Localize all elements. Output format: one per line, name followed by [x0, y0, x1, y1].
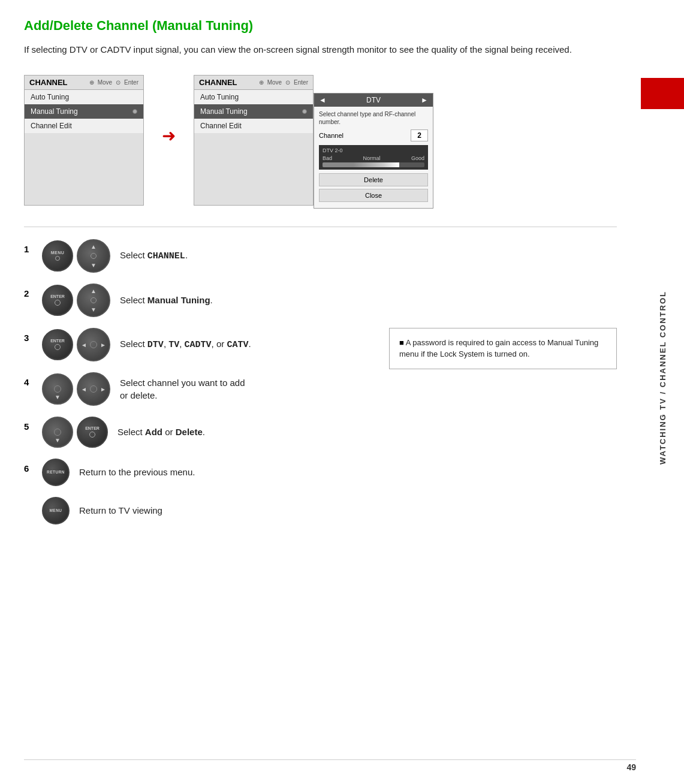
step-3-tv: TV [168, 340, 179, 350]
step-5-text: Select Add or Delete. [117, 426, 205, 438]
lr-nav-3[interactable]: ◄ ► [77, 328, 110, 361]
center-c-4 [54, 385, 61, 393]
diagram2-title: CHANNEL [199, 78, 237, 87]
signal-label: DTV 2-0 [323, 147, 424, 153]
sidebar-label: WATCHING TV / CHANNEL CONTROL [641, 0, 684, 755]
dtv-panel-body: Select channel type and RF-channel numbe… [314, 107, 433, 208]
steps-3-5-with-note: 3 ENTER ◄ ► Select DTV, TV, CAD [24, 328, 617, 535]
nav-ud-circle-2[interactable]: ▲ ▼ [77, 284, 110, 317]
menu-button-7[interactable]: MENU [42, 497, 70, 524]
menu-button[interactable]: MENU [42, 240, 73, 272]
signal-good-label: Good [411, 155, 424, 161]
step-1-row: 1 MENU ▲ ▼ Select CHANNEL. [24, 239, 617, 273]
diagram1-item-manual: Manual Tuning [25, 104, 143, 119]
down-arrow-icon-4: ▼ [55, 394, 61, 400]
dtv-right-arrow-icon: ► [421, 96, 428, 104]
diagram1-channel-box: CHANNEL ⊕ Move ⊙ Enter Auto Tuning Manua… [24, 75, 144, 206]
step-1-buttons: MENU ▲ ▼ [42, 239, 110, 273]
diagram2-item-manual: Manual Tuning [194, 104, 313, 119]
enter-button-5[interactable]: ENTER [77, 417, 108, 448]
bottom-divider [24, 759, 636, 760]
step-3-catv: CATV [227, 340, 248, 350]
menu-button-7-label: MENU [49, 508, 62, 512]
page-title: Add/Delete Channel (Manual Tuning) [24, 18, 617, 34]
step-5-buttons: ▼ ENTER [42, 417, 108, 448]
move-icon: ⊕ [89, 79, 94, 86]
right-arrow-icon-4: ► [100, 385, 106, 392]
dtv-panel-header: ◄ DTV ► [314, 94, 433, 107]
diagrams-area: CHANNEL ⊕ Move ⊙ Enter Auto Tuning Manua… [24, 75, 617, 209]
section-divider [24, 227, 617, 227]
down-arrow-icon-5: ▼ [55, 437, 61, 444]
diagram1-header: CHANNEL ⊕ Move ⊙ Enter [25, 76, 143, 90]
lr-nav-4[interactable]: ◄ ► [77, 372, 110, 406]
signal-normal-label: Normal [363, 155, 380, 161]
step-7-buttons: MENU [42, 497, 70, 524]
step-5-delete: Delete [176, 427, 203, 437]
step-2-buttons: ENTER ▲ ▼ [42, 284, 110, 317]
enter-button-5-dot [89, 432, 95, 438]
move-label: Move [98, 79, 112, 86]
diagram1-item-auto: Auto Tuning [25, 90, 143, 104]
dtv-subtitle: Select channel type and RF-channel numbe… [319, 110, 428, 126]
step-6-text: Return to the previous menu. [79, 466, 195, 478]
dtv-left-arrow-icon: ◄ [319, 96, 326, 104]
diagram2-item-auto: Auto Tuning [194, 90, 313, 104]
menu-button-dot [55, 256, 60, 261]
signal-bar-fill [323, 162, 399, 167]
down-arrow-icon-2: ▼ [91, 306, 97, 313]
up-arrow-icon: ▲ [91, 243, 97, 250]
step-3-text: Select DTV, TV, CADTV, or CATV. [120, 337, 251, 351]
step-6-number: 6 [24, 463, 32, 474]
step-3-number: 3 [24, 333, 32, 343]
sidebar: WATCHING TV / CHANNEL CONTROL [641, 0, 684, 755]
step-4-row: 4 ▼ ◄ ► Select channel you want [24, 372, 371, 406]
note-text: A password is required to gain access to… [399, 338, 598, 359]
step-2-number: 2 [24, 288, 32, 298]
diagram2-channel-box: CHANNEL ⊕ Move ⊙ Enter Auto Tuning Manua… [194, 75, 314, 206]
down-nav-5[interactable]: ▼ [42, 417, 73, 448]
step-1-highlight: CHANNEL [147, 251, 185, 261]
enter-button-3-dot [55, 344, 61, 350]
center-dot [91, 253, 97, 259]
move-label2: Move [267, 79, 282, 86]
step-2-row: 2 ENTER ▲ ▼ Select Manual Tuning. [24, 284, 617, 317]
step-6-buttons: RETURN [42, 459, 70, 486]
right-arrow-icon-3: ► [100, 341, 106, 348]
enter-icon: ⊙ [116, 79, 120, 86]
enter-button-3-label: ENTER [50, 339, 65, 343]
diagram1-item-edit: Channel Edit [25, 119, 143, 133]
page-number: 49 [626, 762, 636, 772]
up-arrow-icon-2: ▲ [91, 288, 97, 294]
channel-row: Channel 2 [319, 129, 428, 141]
main-content: Add/Delete Channel (Manual Tuning) If se… [0, 0, 641, 553]
signal-bad-label: Bad [323, 155, 332, 161]
step-5-add: Add [145, 427, 162, 437]
close-button[interactable]: Close [319, 189, 428, 202]
nav-ud-circle-1[interactable]: ▲ ▼ [77, 239, 110, 273]
return-button-label: RETURN [47, 470, 65, 474]
enter-label: Enter [124, 79, 138, 86]
enter-button-3[interactable]: ENTER [42, 329, 73, 360]
delete-button[interactable]: Delete [319, 173, 428, 186]
enter-button-dot [55, 300, 61, 306]
menu-button-label: MENU [51, 251, 65, 255]
step-5-number: 5 [24, 421, 32, 432]
diagram1-title: CHANNEL [29, 78, 68, 87]
note-box: A password is required to gain access to… [389, 328, 617, 369]
center-dot-2 [91, 297, 97, 303]
signal-bar-track [323, 162, 424, 167]
diagram1-nav-hints: ⊕ Move ⊙ Enter [89, 79, 138, 86]
diagram2-header: CHANNEL ⊕ Move ⊙ Enter [194, 76, 313, 90]
step-5-row: 5 ▼ ENTER Select Add or Delete. [24, 417, 371, 448]
center-c-4b [90, 385, 97, 393]
diagram2-item-edit: Channel Edit [194, 119, 313, 133]
dtv-panel: ◄ DTV ► Select channel type and RF-chann… [314, 93, 433, 209]
step-3-row: 3 ENTER ◄ ► Select DTV, TV, CAD [24, 328, 371, 361]
return-button[interactable]: RETURN [42, 459, 70, 486]
enter-button-2[interactable]: ENTER [42, 285, 73, 316]
enter-label2: Enter [294, 79, 308, 86]
down-nav-4[interactable]: ▼ [42, 373, 73, 405]
diagram1-body [25, 133, 143, 205]
enter-icon2: ⊙ [285, 79, 290, 86]
